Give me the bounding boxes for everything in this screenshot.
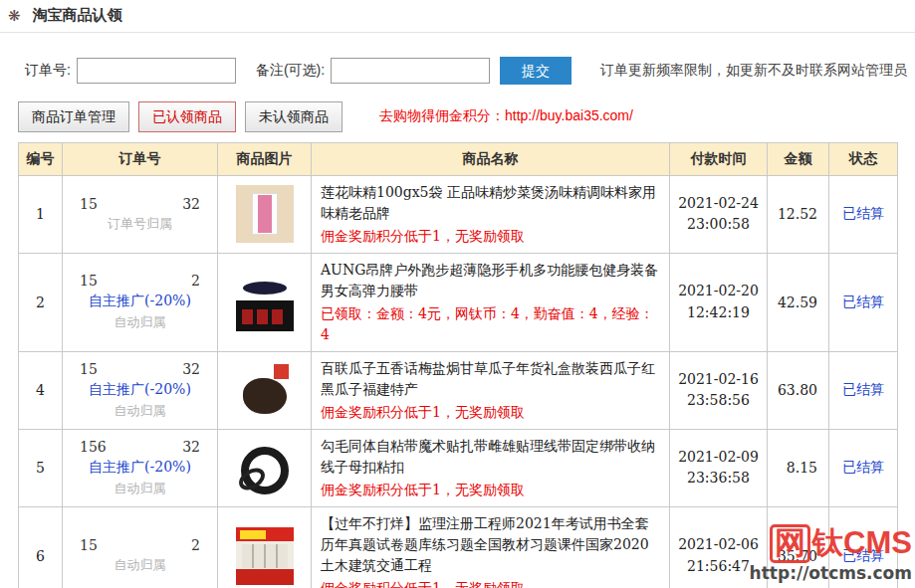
header-amount: 金额 [768, 142, 829, 175]
amount-cell: 35.70 [768, 506, 829, 588]
product-name: 莲花味精100gx5袋 正品味精炒菜煲汤味精调味料家用味精老品牌 [321, 182, 660, 224]
order-number-redacted: 15 32 [67, 361, 213, 377]
owner-label: 自动归属 [67, 313, 213, 331]
header-no: 编号 [19, 142, 63, 175]
product-image-cell [218, 506, 312, 588]
order-number-redacted: 15 2 [67, 537, 213, 553]
order-suffix: 32 [182, 361, 200, 377]
order-prefix: 15 [80, 537, 98, 553]
owner-label: 自动归属 [67, 556, 213, 574]
promo-text: 去购物得佣金积分：http://buy.bai35.com/ [379, 107, 633, 125]
product-image-cell [218, 351, 312, 429]
commission-note: 佣金奖励积分低于1，无奖励领取 [321, 226, 660, 247]
product-name-cell: 【过年不打烊】监理注册工程师2021年考试用书全套历年真题试卷题库练习题全国教材… [312, 506, 670, 588]
order-suffix: 32 [182, 196, 200, 212]
header-order-number: 订单号 [63, 142, 218, 175]
table-row: 1 15 32 订单号归属 莲花味精100gx5袋 正品味精炒菜煲汤味精调味料家… [19, 175, 898, 253]
owner-label: 订单号归属 [67, 215, 213, 233]
header-pay-time: 付款时间 [670, 142, 768, 175]
promo-link[interactable]: http://buy.bai35.com/ [505, 107, 633, 123]
pay-time-cell: 2021-02-16 23:58:56 [670, 351, 768, 429]
product-name: 【过年不打烊】监理注册工程师2021年考试用书全套历年真题试卷题库练习题全国教材… [321, 513, 660, 576]
product-name-cell: 勾毛同体自粘带魔术贴扎带雌雄贴理线带固定绑带收纳线子母扣粘扣 佣金奖励积分低于1… [312, 429, 670, 506]
snowflake-icon: ❋ [8, 8, 21, 23]
settled-status-link[interactable]: 已结算 [842, 459, 884, 475]
exam-book-2021-image [236, 527, 294, 585]
pay-time-cell: 2021-02-24 23:00:58 [670, 175, 768, 253]
status-cell: 已结算 [829, 175, 898, 253]
row-number: 6 [19, 506, 63, 588]
status-cell: 已结算 [829, 253, 898, 351]
amount-cell: 8.15 [768, 429, 829, 506]
order-cell: 15 32 订单号归属 [63, 175, 218, 253]
product-image-cell [218, 175, 312, 253]
unclaimed-products-button[interactable]: 未认领商品 [245, 101, 343, 132]
order-number-redacted: 15 32 [67, 196, 213, 212]
owner-label: 自动归属 [67, 402, 213, 420]
promo-label: 去购物得佣金积分： [379, 107, 505, 123]
order-cell: 15 2 自动归属 [63, 506, 218, 588]
row-number: 5 [19, 429, 63, 506]
order-cell: 15 32 自主推广(-20%) 自动归属 [63, 351, 218, 429]
product-name: AUNG昂牌户外跑步超薄隐形手机多功能腰包健身装备男女高弹力腰带 [321, 260, 660, 301]
amount-cell: 12.52 [768, 175, 829, 253]
commission-note: 佣金奖励积分低于1，无奖励领取 [321, 480, 660, 500]
msg-seasoning-packet-image [236, 185, 294, 243]
status-cell: 已结算 [829, 429, 898, 506]
claim-form: 订单号: 备注(可选): 提交 订单更新频率限制，如更新不及时联系网站管理员 [0, 57, 915, 85]
orders-table: 编号 订单号 商品图片 商品名称 付款时间 金额 状态 1 15 32 订单号归… [18, 142, 898, 588]
product-name: 百联瓜子五香话梅盐焗甘草瓜子年货礼盒散装西瓜子红黑瓜子福建特产 [321, 358, 660, 400]
settled-status-link[interactable]: 已结算 [842, 381, 884, 397]
order-suffix: 32 [182, 439, 200, 455]
table-row: 2 15 2 自主推广(-20%) 自动归属 AUNG昂牌户外跑步超薄隐形手机多… [19, 253, 898, 351]
settled-status-link[interactable]: 已结算 [842, 294, 884, 309]
header-product-image: 商品图片 [218, 142, 312, 175]
table-body: 1 15 32 订单号归属 莲花味精100gx5袋 正品味精炒菜煲汤味精调味料家… [19, 175, 898, 588]
self-promote-link[interactable]: 自主推广(-20%) [89, 459, 191, 477]
submit-button[interactable]: 提交 [500, 57, 572, 85]
pay-clock: 21:56:47 [674, 556, 763, 578]
order-cell: 156 32 自主推广(-20%) 自动归属 [63, 429, 218, 506]
row-number: 1 [19, 175, 63, 253]
pay-clock: 23:00:58 [674, 214, 763, 236]
pay-date: 2021-02-24 [674, 193, 763, 215]
order-prefix: 15 [80, 361, 98, 377]
order-prefix: 15 [80, 196, 98, 212]
toolbar: 商品订单管理 已认领商品 未认领商品 去购物得佣金积分：http://buy.b… [0, 101, 915, 132]
header-status: 状态 [829, 142, 898, 175]
velcro-tape-roll-image [236, 439, 294, 496]
header-product-name: 商品名称 [312, 142, 670, 175]
melon-seeds-image [236, 361, 294, 419]
order-manage-button[interactable]: 商品订单管理 [18, 101, 129, 132]
order-number-redacted: 156 32 [67, 439, 213, 455]
product-image-cell [218, 253, 312, 351]
pay-time-cell: 2021-02-20 12:42:19 [670, 253, 768, 351]
pay-date: 2021-02-09 [674, 447, 763, 469]
order-number-label: 订单号: [25, 62, 71, 80]
amount-cell: 63.80 [768, 351, 829, 429]
commission-note: 已领取：金额：4元，网钛币：4，勤奋值：4，经验：4 [321, 303, 660, 345]
product-name: 勾毛同体自粘带魔术贴扎带雌雄贴理线带固定绑带收纳线子母扣粘扣 [321, 436, 660, 478]
self-promote-link[interactable]: 自主推广(-20%) [89, 381, 191, 399]
pay-clock: 23:36:58 [674, 468, 763, 490]
table-row: 6 15 2 自动归属 【过年不打烊】监理注册工程师2021年考试用书全套历年真… [19, 506, 898, 588]
settled-status-link[interactable]: 已结算 [842, 547, 884, 563]
commission-note: 佣金奖励积分低于1，无奖励领取 [321, 578, 660, 588]
remark-input[interactable] [331, 58, 490, 84]
order-cell: 15 2 自主推广(-20%) 自动归属 [63, 253, 218, 351]
remark-label: 备注(可选): [256, 62, 325, 80]
pay-date: 2021-02-16 [674, 369, 763, 391]
product-name-cell: AUNG昂牌户外跑步超薄隐形手机多功能腰包健身装备男女高弹力腰带 已领取：金额：… [312, 253, 670, 351]
claimed-products-button[interactable]: 已认领商品 [138, 101, 236, 132]
product-image-cell [218, 429, 312, 506]
order-number-input[interactable] [77, 58, 236, 84]
pay-date: 2021-02-20 [674, 281, 763, 302]
pay-time-cell: 2021-02-06 21:56:47 [670, 506, 768, 588]
status-cell: 已结算 [829, 351, 898, 429]
status-cell: 已结算 [829, 506, 898, 588]
table-row: 4 15 32 自主推广(-20%) 自动归属 百联瓜子五香话梅盐焗甘草瓜子年货… [19, 351, 898, 429]
table-row: 5 156 32 自主推广(-20%) 自动归属 勾毛同体自粘带魔术贴扎带雌雄贴… [19, 429, 898, 506]
self-promote-link[interactable]: 自主推广(-20%) [89, 293, 191, 310]
settled-status-link[interactable]: 已结算 [842, 205, 884, 221]
order-number-redacted: 15 2 [67, 273, 213, 289]
